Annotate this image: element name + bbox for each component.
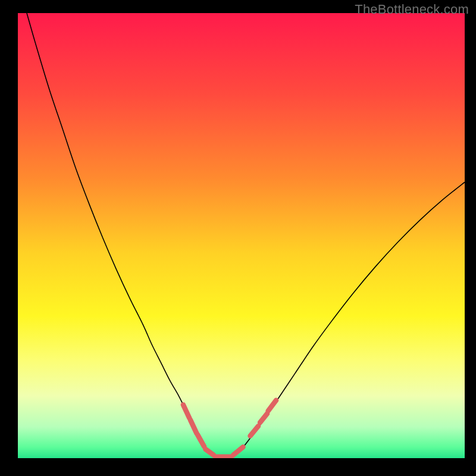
watermark-text: TheBottleneck.com: [355, 2, 469, 17]
chart-svg: [18, 13, 465, 458]
gradient-background: [18, 13, 465, 458]
chart-frame: TheBottleneck.com: [0, 0, 476, 476]
plot-area: [18, 13, 465, 458]
